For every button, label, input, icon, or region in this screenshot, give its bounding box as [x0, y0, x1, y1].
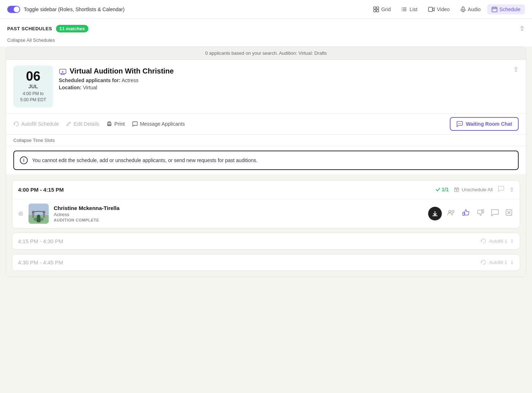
sidebar-toggle[interactable] [7, 6, 20, 13]
matches-badge: 11 matches [56, 25, 89, 32]
unschedule-all-button-1[interactable]: Unschedule All [454, 187, 493, 192]
video-icon [428, 6, 435, 12]
slot-1-collapse-button[interactable]: ⇧ [509, 186, 514, 193]
message-button[interactable] [489, 207, 500, 219]
slot-3-expand-chevron[interactable]: ⇩ [510, 260, 514, 265]
svg-rect-2 [374, 10, 376, 12]
edit-icon [66, 121, 71, 126]
group-icon-button[interactable] [445, 207, 457, 219]
autofill-3-label: Autofill 1 [489, 260, 507, 265]
audio-view-button[interactable]: Audio [456, 4, 485, 14]
action-bar: Autofill Schedule Edit Details Print [6, 113, 526, 135]
svg-point-31 [449, 210, 451, 213]
applicant-name: Christine Mckenna-Tirella [54, 205, 423, 211]
collapse-all-chevron[interactable]: ⇧ [519, 24, 525, 32]
svg-point-8 [402, 9, 403, 10]
message-applicants-label: Message Applicants [140, 121, 185, 127]
time-slots-container: 4:00 PM - 4:15 PM 1/1 [6, 174, 526, 277]
applicant-photo-svg [28, 204, 49, 224]
time-slot-2-right: Autofill 1 ⇩ [480, 238, 514, 244]
grid-view-button[interactable]: Grid [369, 4, 395, 14]
edit-details-button[interactable]: Edit Details [66, 120, 99, 128]
drag-handle[interactable]: ⊕ [18, 210, 23, 218]
waiting-room-chat-label: Waiting Room Chat [466, 121, 512, 127]
collapse-time-slots[interactable]: Collapse Time Slots [6, 135, 526, 146]
autofill-icon [13, 121, 19, 127]
message-applicants-button[interactable]: Message Applicants [132, 120, 185, 128]
applicant-row: ⊕ [12, 199, 520, 228]
schedule-label: Schedule [500, 6, 520, 12]
video-view-button[interactable]: Video [424, 4, 454, 14]
audition-header: 06 JUL 4:00 PM to5:00 PM EDT Virtual Aud… [6, 60, 526, 113]
svg-rect-13 [492, 7, 497, 12]
schedule-view-button[interactable]: Schedule [487, 4, 525, 14]
audition-title: Virtual Audition With Christine [70, 67, 174, 75]
time-slot-3-header: 4:30 PM - 4:45 PM Autofill 1 ⇩ [12, 254, 520, 271]
autofill-refresh-icon-3 [480, 259, 486, 265]
svg-point-29 [37, 215, 40, 218]
unschedule-icon [454, 187, 460, 192]
autofill-2-label: Autofill 1 [489, 238, 507, 244]
date-time: 4:00 PM to5:00 PM EDT [19, 91, 47, 103]
print-icon [106, 121, 112, 127]
thumbsdown-icon [476, 209, 484, 216]
chat-icon [456, 121, 463, 127]
thumbsup-button[interactable] [461, 207, 471, 220]
search-notice: 0 applicants based on your search. Audit… [6, 47, 526, 60]
time-slot-2: 4:15 PM - 4:30 PM Autofill 1 ⇩ [12, 233, 520, 250]
thumbsup-icon [462, 209, 470, 216]
remove-icon [505, 209, 513, 216]
unschedule-all-label: Unschedule All [462, 187, 493, 192]
svg-point-20 [458, 123, 459, 124]
toggle-label: Toggle sidebar (Roles, Shortlists & Cale… [24, 6, 124, 12]
svg-rect-17 [60, 69, 66, 73]
message-icon [132, 121, 138, 127]
list-view-button[interactable]: List [397, 4, 422, 14]
time-slot-1-header: 4:00 PM - 4:15 PM 1/1 [12, 180, 520, 199]
download-button[interactable] [428, 207, 442, 220]
time-slot-2-header: 4:15 PM - 4:30 PM Autofill 1 ⇩ [12, 233, 520, 249]
nav-right: Grid List Video [369, 4, 525, 14]
audition-scheduled-for: Scheduled applicants for: Actress [59, 77, 174, 83]
autofill-schedule-button[interactable]: Autofill Schedule [13, 120, 59, 128]
thumbsdown-button[interactable] [475, 207, 486, 220]
warning-box: i You cannot edit the schedule, add or u… [13, 151, 519, 170]
download-icon [432, 210, 438, 217]
audition-info: Virtual Audition With Christine Schedule… [59, 66, 174, 92]
audition-title-row: Virtual Audition With Christine [59, 67, 174, 75]
slot-2-expand-chevron[interactable]: ⇩ [510, 238, 514, 244]
collapse-all-schedules[interactable]: Collapse All Schedules [0, 35, 532, 46]
audition-collapse-chevron[interactable]: ⇧ [513, 66, 519, 73]
video-label: Video [437, 6, 450, 12]
svg-rect-34 [482, 210, 484, 213]
applicant-status: AUDITION COMPLETE [54, 218, 423, 222]
svg-rect-3 [377, 10, 379, 12]
date-badge: 06 JUL 4:00 PM to5:00 PM EDT [13, 66, 53, 107]
svg-rect-30 [37, 218, 40, 222]
svg-point-21 [459, 123, 460, 124]
svg-rect-1 [377, 7, 379, 9]
time-slot-3-right: Autofill 1 ⇩ [480, 259, 514, 265]
slot-1-count: 1/1 [435, 187, 449, 192]
message-applicant-icon [491, 209, 499, 216]
past-schedules-left: PAST SCHEDULES 11 matches [7, 25, 88, 32]
group-icon [447, 209, 456, 216]
nav-left: Toggle sidebar (Roles, Shortlists & Cale… [7, 6, 124, 13]
waiting-room-chat-button[interactable]: Waiting Room Chat [450, 117, 519, 131]
svg-rect-11 [462, 7, 464, 10]
print-button[interactable]: Print [106, 120, 125, 128]
audition-location: Location: Virtual [59, 85, 174, 90]
svg-rect-0 [374, 7, 376, 9]
check-icon [435, 187, 440, 192]
slot-1-chat-button[interactable] [498, 186, 504, 194]
grid-label: Grid [381, 6, 391, 12]
svg-point-9 [402, 10, 403, 11]
svg-point-32 [452, 210, 454, 213]
edit-details-label: Edit Details [74, 121, 99, 127]
svg-point-7 [402, 8, 403, 8]
photo-placeholder [28, 204, 49, 224]
applicant-details: Christine Mckenna-Tirella Actress AUDITI… [54, 205, 423, 222]
autofill-refresh-icon [480, 238, 486, 244]
remove-button[interactable] [504, 207, 514, 219]
virtual-icon [59, 67, 67, 75]
